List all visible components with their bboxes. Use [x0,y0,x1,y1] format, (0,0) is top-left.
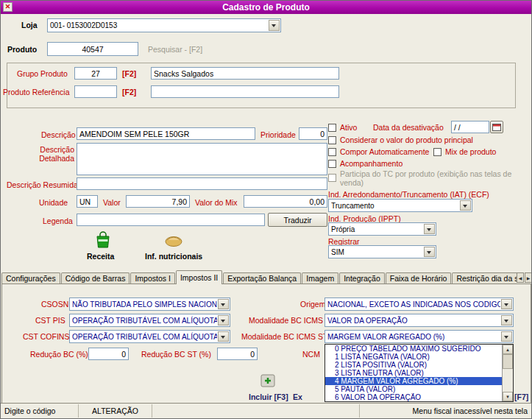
produto-input[interactable]: 40547 [47,42,138,56]
calendar-icon [492,123,501,131]
reducao-bc-st-label: Redução BC ST (%) [141,350,211,359]
participa-tc-label: Participa do TC por produto (exibição na… [340,169,515,187]
tab-restricao-dia-semana[interactable]: Restrição dia da semana [452,272,517,284]
combo-arrow-icon[interactable] [424,224,435,234]
tab-scroll-left-icon[interactable]: ◀ [517,272,524,283]
inf-nutricionais-label: Inf. nutricionais [145,252,202,261]
grupo-produto-code-input[interactable]: 27 [74,67,117,80]
dropdown-option-5[interactable]: 5 PAUTA (VALOR) [325,385,502,393]
descricao-resumida-input[interactable] [77,177,327,190]
modalidade-icms-select[interactable]: VALOR DA OPERAÇÃO [324,314,514,327]
dropdown-option-2[interactable]: 2 LISTA POSITIVA (VALOR) [325,361,502,369]
tab-scroll-right-icon[interactable]: ▶ [525,272,532,283]
produto-label: Produto [7,45,37,54]
tab-impostos-1[interactable]: Impostos I [130,272,174,284]
combo-arrow-icon[interactable] [269,20,280,31]
legenda-input[interactable] [77,214,265,226]
dropdown-option-1[interactable]: 1 LISTA NEGATIVA (VALOR) [325,353,502,361]
origem-select[interactable]: NACIONAL, EXCETO AS INDICADAS NOS CODIGO… [324,297,514,311]
iat-value: Truncamento [331,200,459,211]
statusbar-mode: ALTERAÇÃO [79,404,152,418]
close-icon[interactable]: ✕ [3,2,13,12]
tab-impostos-2[interactable]: Impostos II [176,270,222,284]
modalidade-icms-value: VALOR DA OPERAÇÃO [327,314,500,326]
dropdown-scrollbar[interactable]: ▲ ▼ [502,345,513,401]
registrar-select[interactable]: SIM [328,245,436,258]
combo-arrow-icon[interactable] [501,315,512,325]
cst-pis-label: CST PIS [35,316,65,325]
receita-icon[interactable] [95,230,111,249]
mix-produto-label: Mix de produto [445,147,496,156]
modalidade-icms-label: Modalidade BC ICMS [249,316,323,325]
ippt-value: Própria [331,223,423,235]
tab-faixa-de-horario[interactable]: Faixa de Horário [386,272,452,284]
combo-arrow-icon[interactable] [424,247,435,257]
data-desativacao-input[interactable]: / / [451,121,489,133]
combo-arrow-icon[interactable] [460,200,471,211]
tab-configuracoes[interactable]: Configurações [1,272,60,284]
incluir-button[interactable]: Incluir [F3] [249,392,288,401]
f7-button[interactable]: [F7] [514,392,528,401]
descricao-input[interactable]: AMENDOIM SEM PELE 150GR [77,127,255,140]
unidade-input[interactable]: UN [77,195,98,208]
dropdown-option-0[interactable]: 0 PREÇO TABELADO MÁXIMO SUGERIDO [325,345,502,353]
iat-label: Ind. Arredondamento/Truncamento (IAT) (E… [328,190,489,199]
prioridade-input[interactable]: 0 [299,127,327,140]
valor-mix-input[interactable]: 0,00 [244,195,327,208]
valor-input[interactable]: 7,90 [126,195,190,208]
csosn-select[interactable]: NÃO TRIBUTADA PELO SIMPLES NACIONAL [69,297,230,311]
scroll-up-icon[interactable]: ▲ [503,345,513,354]
inf-nutricionais-icon[interactable] [164,233,183,247]
mix-produto-checkbox[interactable] [433,148,441,156]
csosn-label: CSOSN [41,300,68,309]
cst-pis-select[interactable]: OPERAÇÃO TRIBUTÁVEL COM ALÍQUOTA BÁSICA [69,314,230,327]
produto-referencia-name-input[interactable] [151,85,339,98]
unidade-label: Unidade [39,198,68,207]
acompanhamento-checkbox[interactable] [328,160,336,168]
dropdown-option-6[interactable]: 6 VALOR DA OPERAÇÃO [325,393,502,401]
tab-integracao[interactable]: Integração [339,272,385,284]
considerar-label: Considerar o valor do produto principal [340,135,473,144]
tab-imagem[interactable]: Imagem [302,272,338,284]
descricao-detalhada-textarea[interactable] [77,143,327,175]
grupo-produto-name-input[interactable]: Snacks Salgados [151,67,339,80]
pesquisar-hint: Pesquisar - [F2] [148,45,202,54]
prioridade-label: Prioridade [260,130,296,139]
referencia-f2-hint: [F2] [122,88,136,96]
dropdown-option-4-selected[interactable]: 4 MARGEM VALOR AGREGADO (%) [325,377,502,385]
tab-codigo-de-barras[interactable]: Código de Barras [61,272,130,284]
scroll-down-icon[interactable]: ▼ [503,392,513,401]
reducao-bc-st-input[interactable]: 0 [217,348,258,360]
cst-cofins-label: CST COFINS [23,332,69,341]
considerar-checkbox[interactable] [328,136,336,144]
participa-tc-checkbox[interactable] [328,174,336,182]
traduzir-button[interactable]: Traduzir [268,213,327,227]
tab-exportacao-balanca[interactable]: Exportação Balança [223,272,301,284]
reducao-bc-input[interactable]: 0 [88,348,129,360]
combo-arrow-icon[interactable] [218,315,229,325]
ativo-checkbox[interactable] [328,124,336,132]
modalidade-icms-st-dropdown-list: 0 PREÇO TABELADO MÁXIMO SUGERIDO 1 LISTA… [324,344,514,402]
loja-select[interactable]: 001- 0153002D0153 [47,18,281,32]
descricao-detalhada-label: Descrição Detalhada [34,145,74,163]
scrollbar-thumb[interactable] [503,354,513,369]
cst-cofins-value: OPERAÇÃO TRIBUTÁVEL COM ALÍQUOTA BÁSICA [72,331,217,342]
modalidade-icms-st-value: MARGEM VALOR AGREGADO (%) [327,331,500,342]
combo-arrow-icon[interactable] [218,331,229,342]
produto-referencia-code-input[interactable] [74,85,117,98]
excluir-button[interactable]: Ex [293,392,302,401]
cst-cofins-select[interactable]: OPERAÇÃO TRIBUTÁVEL COM ALÍQUOTA BÁSICA [69,330,230,343]
compor-checkbox[interactable] [328,148,336,156]
combo-arrow-icon[interactable] [218,299,229,309]
ippt-select[interactable]: Própria [328,222,436,236]
combo-arrow-icon[interactable] [501,299,512,309]
modalidade-icms-st-select[interactable]: MARGEM VALOR AGREGADO (%) [324,330,514,343]
calendar-button[interactable] [490,121,503,133]
dropdown-option-3[interactable]: 3 LISTA NEUTRA (VALOR) [325,369,502,377]
acompanhamento-label: Acompanhamento [340,159,402,168]
descricao-label: Descrição [41,130,76,139]
loja-label: Loja [21,21,38,29]
combo-arrow-icon[interactable] [501,331,512,342]
incluir-icon[interactable] [260,372,276,390]
iat-select[interactable]: Truncamento [328,199,472,212]
